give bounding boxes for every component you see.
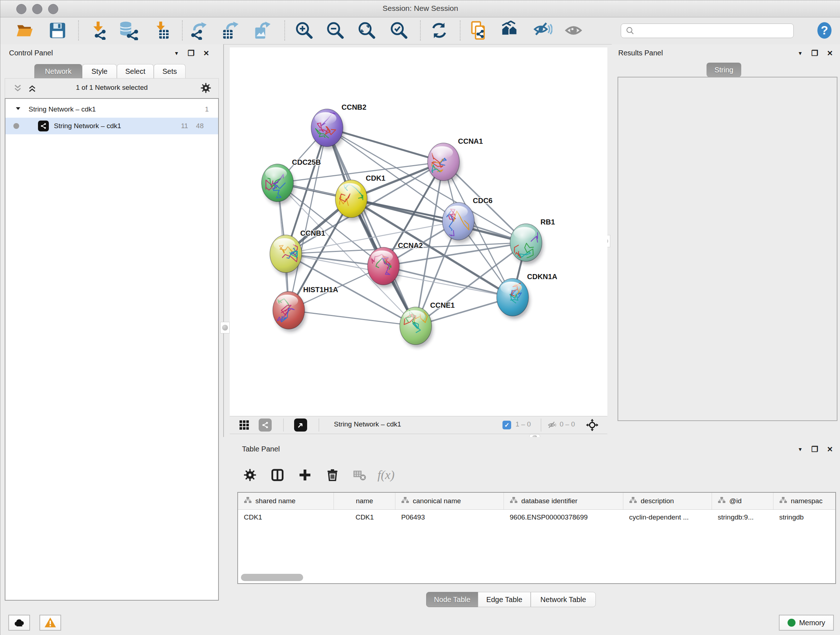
tab-node-table[interactable]: Node Table <box>426 592 478 607</box>
close-panel-icon[interactable]: ✕ <box>827 445 833 454</box>
network-canvas[interactable]: CCNB2CCNA1CDC25BCDK1CDC6RB1CCNB1CCNA2CDK… <box>230 48 607 416</box>
column-header-canonical-name[interactable]: canonical name <box>395 493 504 509</box>
export-image-button[interactable] <box>252 20 272 41</box>
collection-count: 1 <box>205 105 209 113</box>
network-view-title: String Network – cdk1 <box>334 420 401 428</box>
collapse-panel-icon[interactable]: ▼ <box>798 447 803 452</box>
table-horizontal-scrollbar[interactable] <box>241 574 303 581</box>
export-image-icon <box>253 21 272 40</box>
network-node-CDC6[interactable]: CDC6 <box>442 196 493 243</box>
control-tab-select[interactable]: Select <box>117 64 154 79</box>
network-node-HIST1H1A[interactable]: HIST1H1A <box>273 286 338 332</box>
add-column-icon[interactable] <box>295 465 315 485</box>
network-options-gear-icon[interactable] <box>201 82 211 95</box>
delete-column-trash-icon[interactable] <box>322 465 343 485</box>
first-neighbors-button[interactable] <box>501 20 521 41</box>
node-label: CCNB1 <box>300 229 325 237</box>
toolbar-separator <box>284 20 285 41</box>
zoom-out-icon <box>326 21 345 40</box>
network-edge[interactable] <box>351 199 526 242</box>
network-view-string-icon[interactable] <box>259 418 272 432</box>
export-network-button[interactable] <box>189 20 209 41</box>
export-table-button[interactable] <box>221 20 241 41</box>
network-node-CDK1[interactable]: CDK1 <box>335 174 385 220</box>
table-cell[interactable]: CDK1 <box>334 509 395 525</box>
float-panel-icon[interactable]: ❐ <box>188 49 195 57</box>
column-header-name[interactable]: name <box>334 493 395 509</box>
main-toolbar: ? <box>0 17 840 44</box>
zoom-out-button[interactable] <box>325 20 346 41</box>
results-tab-string[interactable]: String <box>706 63 741 77</box>
sitemap-icon <box>629 496 637 506</box>
float-panel-icon[interactable]: ❐ <box>812 445 818 454</box>
hidden-eye-slash-icon[interactable] <box>546 418 559 432</box>
table-gear-icon[interactable] <box>240 465 260 485</box>
network-node-CCNA1[interactable]: CCNA1 <box>428 137 483 184</box>
open-session-button[interactable] <box>15 20 35 41</box>
import-network-database-button[interactable] <box>118 20 139 41</box>
float-panel-icon[interactable]: ❐ <box>812 49 818 57</box>
network-edge[interactable] <box>327 128 444 162</box>
grid-view-icon[interactable] <box>238 418 251 432</box>
tab-edge-table[interactable]: Edge Table <box>478 592 531 607</box>
table-columns-icon[interactable] <box>267 465 287 485</box>
collection-expand-icon[interactable] <box>15 105 21 114</box>
show-all-button[interactable] <box>564 20 584 41</box>
cloud-status-button[interactable] <box>8 615 30 631</box>
control-tab-sets[interactable]: Sets <box>154 64 186 79</box>
column-header-shared-name[interactable]: shared name <box>238 493 334 509</box>
network-collection-row[interactable]: String Network – cdk1 1 <box>5 101 218 118</box>
search-box[interactable] <box>621 24 794 38</box>
column-label: name <box>356 497 373 505</box>
tab-network-table[interactable]: Network Table <box>531 592 596 607</box>
close-panel-icon[interactable]: ✕ <box>203 49 210 57</box>
memory-button[interactable]: Memory <box>779 615 834 631</box>
pan-crosshair-icon[interactable] <box>586 418 599 432</box>
network-edge[interactable] <box>289 128 327 310</box>
table-panel-title: Table Panel <box>242 445 280 453</box>
column-header-namespac[interactable]: namespac <box>774 493 836 509</box>
network-edge[interactable] <box>289 310 416 326</box>
network-edge[interactable] <box>327 128 416 326</box>
column-header-description[interactable]: description <box>623 493 712 509</box>
table-cell[interactable]: P06493 <box>395 509 504 525</box>
column-header-database-identifier[interactable]: database identifier <box>504 493 623 509</box>
table-cell[interactable]: cyclin-dependent ... <box>623 509 712 525</box>
refresh-button[interactable] <box>429 20 449 41</box>
warning-icon <box>44 616 57 629</box>
zoom-in-button[interactable] <box>294 20 314 41</box>
save-session-button[interactable] <box>47 20 68 41</box>
import-network-file-button[interactable] <box>88 20 109 41</box>
search-input[interactable] <box>635 27 788 35</box>
close-panel-icon[interactable]: ✕ <box>827 49 833 57</box>
control-tab-style[interactable]: Style <box>82 64 117 79</box>
table-cell[interactable]: 9606.ENSP00000378699 <box>504 509 623 525</box>
zoom-selected-button[interactable] <box>389 20 409 41</box>
table-cell[interactable]: stringdb:9... <box>712 509 774 525</box>
birds-eye-view-icon[interactable] <box>294 418 307 432</box>
network-node-CDKN1A[interactable]: CDKN1A <box>497 272 557 319</box>
left-splitter-handle[interactable] <box>220 322 230 333</box>
netbar-separator <box>541 418 541 432</box>
hidden-count: 0 – 0 <box>560 420 575 428</box>
sitemap-icon <box>401 496 409 506</box>
delete-table-icon[interactable] <box>350 465 370 485</box>
hide-selected-button[interactable] <box>532 20 553 41</box>
copy-network-button[interactable] <box>469 20 489 41</box>
network-node-RB1[interactable]: RB1 <box>510 218 555 264</box>
network-row-selected[interactable]: String Network – cdk1 11 48 <box>5 118 218 134</box>
network-node-CCNB2[interactable]: CCNB2 <box>311 103 366 149</box>
import-table-file-button[interactable] <box>151 20 171 41</box>
table-cell[interactable]: stringdb <box>774 509 836 525</box>
table-cell[interactable]: CDK1 <box>238 509 334 525</box>
collapse-panel-icon[interactable]: ▼ <box>174 50 179 56</box>
control-tab-network[interactable]: Network <box>34 64 82 79</box>
zoom-fit-button[interactable] <box>357 20 377 41</box>
help-button[interactable]: ? <box>814 20 835 41</box>
string-network-icon <box>38 120 49 131</box>
selected-checkbox-icon[interactable]: ✓ <box>500 418 513 432</box>
zoom-in-icon <box>295 21 314 40</box>
collapse-panel-icon[interactable]: ▼ <box>798 50 803 56</box>
warning-status-button[interactable] <box>39 615 61 631</box>
column-header--id[interactable]: @id <box>712 493 774 509</box>
